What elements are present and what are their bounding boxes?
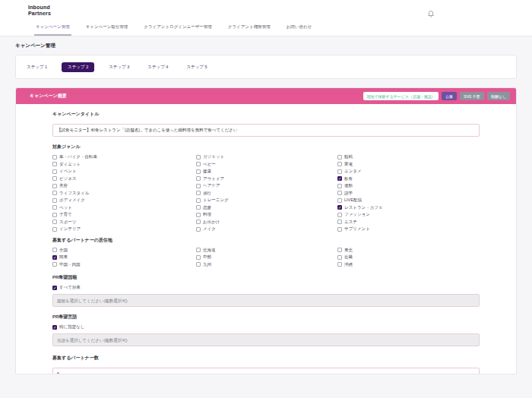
checkbox-item[interactable]: インテリア — [52, 226, 196, 233]
bell-icon[interactable] — [428, 7, 434, 21]
language-select-input[interactable] — [52, 333, 480, 346]
checkbox-unchecked[interactable] — [52, 169, 57, 174]
checkbox-item[interactable]: 九州 — [196, 261, 337, 269]
nav-tab-campaign-management[interactable]: キャンペーン管理 — [34, 24, 71, 36]
checkbox-item[interactable]: 恋愛 — [196, 204, 337, 212]
checkbox-unchecked[interactable] — [337, 227, 342, 232]
checkbox-unchecked[interactable] — [196, 155, 201, 160]
checkbox-unchecked[interactable] — [337, 248, 342, 252]
checkbox-unchecked[interactable] — [52, 198, 57, 203]
checkbox-unchecked[interactable] — [337, 191, 342, 195]
checkbox-unchecked[interactable] — [196, 220, 201, 224]
checkbox-item[interactable]: 北海道 — [196, 247, 337, 254]
checkbox-unchecked[interactable] — [52, 248, 57, 252]
checkbox-item[interactable]: メイク — [196, 226, 337, 233]
checkbox-unchecked[interactable] — [196, 248, 201, 252]
step-3-button[interactable]: ステップ 3 — [105, 62, 133, 72]
checkbox-unchecked[interactable] — [196, 169, 201, 174]
checkbox-unchecked[interactable] — [196, 205, 201, 210]
checkbox-unchecked[interactable] — [52, 220, 57, 224]
checkbox-item[interactable]: ガジェット — [196, 153, 337, 161]
checkbox-unchecked[interactable] — [52, 205, 57, 210]
checkbox-unchecked[interactable] — [337, 255, 342, 260]
checkbox-unchecked[interactable] — [196, 262, 201, 267]
checkbox-item[interactable]: 旅行 — [196, 190, 337, 197]
checkbox-item[interactable]: ビジネス — [52, 175, 196, 183]
checkbox-item[interactable]: ✓特に指定なし — [52, 324, 480, 331]
checkbox-unchecked[interactable] — [196, 255, 201, 260]
checkbox-item[interactable]: 沖縄 — [337, 261, 480, 269]
checkbox-item[interactable]: 料理 — [196, 211, 337, 219]
checkbox-unchecked[interactable] — [52, 213, 57, 217]
checkbox-checked[interactable]: ✓ — [52, 255, 57, 260]
checkbox-item[interactable]: サプリメント — [337, 226, 480, 233]
nationality-select-input[interactable] — [52, 294, 480, 307]
checkbox-item[interactable]: エンタメ — [337, 168, 480, 175]
checkbox-item[interactable]: アウトドア — [196, 175, 337, 183]
checkbox-item[interactable]: 健康 — [196, 168, 337, 175]
checkbox-unchecked[interactable] — [52, 227, 57, 232]
checkbox-item[interactable]: 子育て — [52, 211, 196, 219]
checkbox-item[interactable]: ダイエット — [52, 161, 196, 169]
checkbox-item[interactable]: 車・バイク・自転車 — [52, 153, 196, 161]
checkbox-unchecked[interactable] — [52, 191, 57, 195]
checkbox-item[interactable]: イベント — [52, 168, 196, 175]
checkbox-unchecked[interactable] — [337, 198, 342, 203]
checkbox-unchecked[interactable] — [196, 191, 201, 195]
checkbox-unchecked[interactable] — [52, 184, 57, 188]
checkbox-item[interactable]: エステ — [337, 219, 480, 226]
nav-tab-client-login-users[interactable]: クライアントログインユーザー管理 — [142, 24, 214, 36]
checkbox-item[interactable]: 中部 — [196, 254, 337, 261]
nav-tab-contact[interactable]: お問い合わせ — [285, 24, 314, 36]
checkbox-unchecked[interactable] — [337, 162, 342, 166]
checkbox-unchecked[interactable] — [52, 176, 57, 181]
checkbox-unchecked[interactable] — [196, 184, 201, 188]
checkbox-item[interactable]: スポーツ — [52, 219, 196, 226]
checkbox-unchecked[interactable] — [196, 176, 201, 181]
checkbox-checked[interactable]: ✓ — [337, 176, 342, 181]
checkbox-item[interactable]: 近畿 — [337, 254, 480, 261]
checkbox-item[interactable]: LIVE配信 — [337, 197, 480, 204]
step-4-button[interactable]: ステップ 4 — [144, 62, 172, 72]
checkbox-item[interactable]: 観戦 — [337, 153, 480, 161]
service-type-select[interactable]: 現地で体験するサービス（店舗・施設） — [363, 92, 439, 100]
checkbox-item[interactable]: ✓レストラン・カフェ — [337, 204, 480, 212]
checkbox-item[interactable]: お出かけ — [196, 219, 337, 226]
checkbox-unchecked[interactable] — [52, 162, 57, 166]
checkbox-item[interactable]: ヘアケア — [196, 182, 337, 190]
checkbox-item[interactable]: 全国 — [52, 247, 196, 254]
checkbox-unchecked[interactable] — [337, 262, 342, 267]
checkbox-item[interactable]: 東北 — [337, 247, 480, 254]
checkbox-unchecked[interactable] — [196, 213, 201, 217]
checkbox-checked[interactable]: ✓ — [52, 325, 57, 330]
checkbox-item[interactable]: ✓すべて対象 — [52, 284, 480, 292]
checkbox-unchecked[interactable] — [196, 162, 201, 166]
checkbox-checked[interactable]: ✓ — [337, 205, 342, 210]
step-5-button[interactable]: ステップ 5 — [182, 62, 211, 72]
checkbox-item[interactable]: 運動 — [337, 182, 480, 190]
checkbox-unchecked[interactable] — [337, 220, 342, 224]
checkbox-unchecked[interactable] — [337, 184, 342, 188]
checkbox-unchecked[interactable] — [337, 155, 342, 160]
checkbox-item[interactable]: ライフスタイル — [52, 190, 196, 197]
checkbox-item[interactable]: 語学 — [337, 190, 480, 197]
checkbox-item[interactable]: 中国・四国 — [52, 261, 196, 269]
campaign-title-input[interactable] — [52, 124, 480, 137]
checkbox-item[interactable]: ✓飲食 — [337, 175, 480, 183]
step-2-button[interactable]: ステップ 2 — [62, 62, 94, 72]
checkbox-item[interactable]: 家電 — [337, 161, 480, 169]
checkbox-unchecked[interactable] — [337, 213, 342, 217]
checkbox-unchecked[interactable] — [196, 198, 201, 203]
nav-tab-client-permissions[interactable]: クライアント権限管理 — [226, 24, 272, 36]
checkbox-unchecked[interactable] — [337, 169, 342, 174]
checkbox-item[interactable]: 美容 — [52, 182, 196, 190]
checkbox-item[interactable]: ファッション — [337, 211, 480, 219]
partner-count-input[interactable] — [52, 368, 480, 375]
checkbox-item[interactable]: ボディメイク — [52, 197, 196, 204]
checkbox-item[interactable]: ベビー — [196, 161, 337, 169]
checkbox-item[interactable]: ✓関東 — [52, 254, 196, 261]
checkbox-unchecked[interactable] — [196, 227, 201, 232]
logo[interactable]: Inbound Partners — [28, 5, 51, 16]
checkbox-item[interactable]: トレーニング — [196, 197, 337, 204]
checkbox-checked[interactable]: ✓ — [52, 286, 57, 290]
